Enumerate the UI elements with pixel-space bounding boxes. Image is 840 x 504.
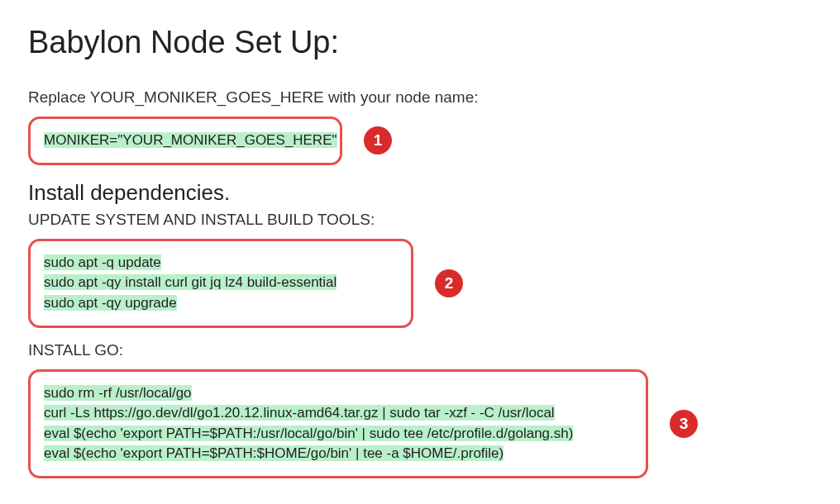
section-subheading-go: INSTALL GO:	[28, 341, 812, 359]
code-line: sudo rm -rf /usr/local/go	[44, 385, 192, 401]
step-badge-2: 2	[435, 269, 463, 297]
step-badge-1: 1	[364, 126, 392, 155]
code-block-1: MONIKER="YOUR_MONIKER_GOES_HERE"	[28, 116, 342, 165]
code-block-2: sudo apt -q update sudo apt -qy install …	[28, 239, 413, 328]
code-line: MONIKER="YOUR_MONIKER_GOES_HERE"	[44, 132, 337, 148]
page-title: Babylon Node Set Up:	[28, 25, 812, 60]
code-block-3: sudo rm -rf /usr/local/go curl -Ls https…	[28, 369, 648, 479]
code-line: sudo apt -qy upgrade	[44, 295, 177, 311]
code-line: sudo apt -qy install curl git jq lz4 bui…	[44, 274, 336, 290]
code-line: eval $(echo 'export PATH=$PATH:/usr/loca…	[44, 426, 573, 441]
intro-text: Replace YOUR_MONIKER_GOES_HERE with your…	[28, 88, 812, 107]
step-1-row: MONIKER="YOUR_MONIKER_GOES_HERE" 1	[28, 116, 812, 165]
code-line: sudo apt -q update	[44, 254, 161, 270]
step-badge-3: 3	[670, 410, 698, 438]
code-line: curl -Ls https://go.dev/dl/go1.20.12.lin…	[44, 405, 555, 421]
section-subheading-update: UPDATE SYSTEM AND INSTALL BUILD TOOLS:	[28, 211, 812, 229]
step-2-row: sudo apt -q update sudo apt -qy install …	[28, 239, 812, 328]
step-3-row: sudo rm -rf /usr/local/go curl -Ls https…	[28, 369, 812, 479]
code-line: eval $(echo 'export PATH=$PATH:$HOME/go/…	[44, 445, 504, 461]
section-heading-dependencies: Install dependencies.	[28, 180, 812, 206]
